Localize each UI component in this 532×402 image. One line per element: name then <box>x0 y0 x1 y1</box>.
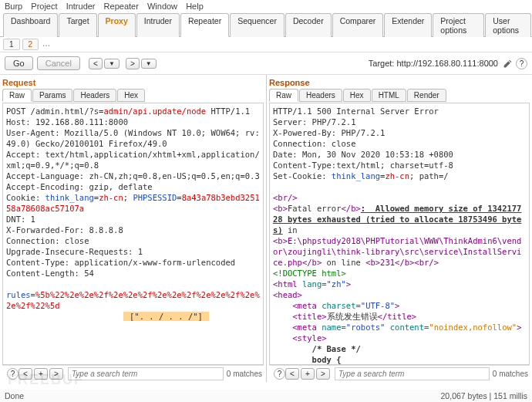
response-tab-headers[interactable]: Headers <box>299 89 342 102</box>
response-tab-raw[interactable]: Raw <box>269 89 298 102</box>
search-options-button[interactable]: ? <box>7 368 19 380</box>
help-button[interactable]: ? <box>516 58 527 69</box>
request-tab-headers[interactable]: Headers <box>73 89 116 102</box>
response-search-input[interactable] <box>335 367 490 380</box>
search-prev-button[interactable]: < <box>285 368 299 380</box>
menu-project[interactable]: Project <box>31 2 57 11</box>
request-match-count: 0 matches <box>227 370 262 378</box>
tab-comparer[interactable]: Comparer <box>332 13 384 37</box>
status-bytes: 20,067 bytes | 151 millis <box>441 391 527 400</box>
history-prev-button[interactable]: < <box>89 58 103 69</box>
tab-project-options[interactable]: Project options <box>433 13 484 37</box>
search-add-button[interactable]: + <box>34 368 48 380</box>
decoded-highlight: [". . / . . /"] <box>123 312 209 321</box>
repeater-tab-1[interactable]: 1 <box>3 39 20 50</box>
tab-dashboard[interactable]: Dashboard <box>3 13 58 37</box>
tab-sequencer[interactable]: Sequencer <box>230 13 285 37</box>
status-bar: Done 20,067 bytes | 151 millis <box>0 390 532 402</box>
request-search-input[interactable] <box>68 367 224 380</box>
tab-repeater[interactable]: Repeater <box>180 13 229 37</box>
response-header: Response <box>269 75 530 89</box>
search-add-button[interactable]: + <box>301 368 315 380</box>
response-tab-html[interactable]: HTML <box>372 89 406 102</box>
history-prev-dropdown[interactable]: ▼ <box>104 59 120 69</box>
tab-decoder[interactable]: Decoder <box>285 13 332 37</box>
menu-intruder[interactable]: Intruder <box>66 2 96 11</box>
status-done: Done <box>5 391 24 400</box>
go-button[interactable]: Go <box>5 56 33 70</box>
target-label: Target: http://192.168.80.111:8000 <box>369 59 498 68</box>
history-next-dropdown[interactable]: ▼ <box>141 59 157 69</box>
menu-bar: Burp Project Intruder Repeater Window He… <box>0 0 532 12</box>
request-tab-params[interactable]: Params <box>32 89 72 102</box>
response-tab-hex[interactable]: Hex <box>343 89 371 102</box>
tab-intruder[interactable]: Intruder <box>136 13 180 37</box>
menu-burp[interactable]: Burp <box>5 2 22 11</box>
main-tabs: Dashboard Target Proxy Intruder Repeater… <box>0 12 532 37</box>
search-next-button[interactable]: > <box>316 368 330 380</box>
search-next-button[interactable]: > <box>49 368 63 380</box>
response-body[interactable]: HTTP/1.1 500 Internal Server Error Serve… <box>269 103 530 365</box>
tab-proxy[interactable]: Proxy <box>98 13 136 37</box>
cancel-button[interactable]: Cancel <box>37 56 80 70</box>
request-header: Request <box>2 75 264 89</box>
menu-window[interactable]: Window <box>147 2 177 11</box>
search-options-button[interactable]: ? <box>274 368 285 380</box>
repeater-tabs: 1 2 ... <box>0 37 532 52</box>
menu-repeater[interactable]: Repeater <box>104 2 139 11</box>
request-tab-raw[interactable]: Raw <box>2 89 32 102</box>
repeater-tab-2[interactable]: 2 <box>22 39 39 50</box>
repeater-tab-add[interactable]: ... <box>41 39 52 50</box>
history-next-button[interactable]: > <box>126 58 140 69</box>
tab-extender[interactable]: Extender <box>384 13 432 37</box>
tab-target[interactable]: Target <box>59 13 96 37</box>
toolbar: Go Cancel < ▼ > ▼ Target: http://192.168… <box>0 52 532 75</box>
search-prev-button[interactable]: < <box>19 368 32 380</box>
tab-user-options[interactable]: User options <box>485 13 531 37</box>
response-tab-render[interactable]: Render <box>407 89 446 102</box>
edit-target-icon[interactable] <box>503 59 513 69</box>
request-body[interactable]: POST /admin.html/?s=admin/api.update/nod… <box>2 103 264 365</box>
response-match-count: 0 matches <box>493 370 528 378</box>
request-tab-hex[interactable]: Hex <box>117 89 145 102</box>
menu-help[interactable]: Help <box>186 2 204 11</box>
